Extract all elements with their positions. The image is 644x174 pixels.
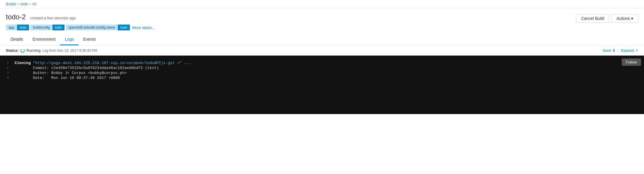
log-line-1: 1 Cloning "http://gogs-dev1.104.225.218.…	[0, 60, 644, 66]
status-label: Status:	[6, 48, 19, 53]
log-line-4: 4 Date: Mon Jun 19 00:37:48 2017 +0800	[0, 75, 644, 80]
breadcrumb-todo[interactable]: todo	[21, 2, 28, 6]
follow-button[interactable]: Follow	[622, 58, 641, 66]
label-value-openshift: todo	[118, 25, 130, 30]
log-container: Follow 1 Cloning "http://gogs-dev1.104.2…	[0, 56, 644, 114]
breadcrumb-builds[interactable]: Builds	[6, 2, 16, 6]
running-icon	[21, 49, 25, 53]
build-name: todo-2	[6, 13, 26, 21]
actions-label: Actions	[616, 16, 630, 21]
line-content-4: Date: Mon Jun 19 00:37:48 2017 +0800	[15, 76, 120, 80]
status-running: Running	[26, 48, 40, 53]
status-right: Save ⬇ | Expand ↗	[603, 48, 638, 53]
header-left: todo-2 created a few seconds ago app tod…	[6, 13, 576, 30]
line-num-3: 3	[0, 71, 15, 75]
expand-icon: ↗	[635, 48, 638, 53]
line-content-2: Commit: c2e458e73532bc9a0f8234dda46ac102…	[15, 66, 159, 70]
label-app: app todo	[6, 25, 29, 30]
label-value-app: todo	[17, 25, 29, 30]
labels-row: app todo buildconfig todo openshift.io/b…	[6, 25, 576, 30]
label-buildconfig: buildconfig todo	[30, 25, 64, 30]
label-key-openshift: openshift.io/build-config.name	[66, 25, 118, 30]
status-bar: Status: Running Log from Dec 19, 2017 9:…	[0, 45, 644, 56]
status-left: Status: Running Log from Dec 19, 2017 9:…	[6, 48, 97, 53]
label-openshift: openshift.io/build-config.name todo	[66, 25, 130, 30]
label-key-buildconfig: buildconfig	[30, 25, 52, 30]
header-section: todo-2 created a few seconds ago app tod…	[0, 8, 644, 30]
actions-button[interactable]: Actions ▾	[611, 14, 638, 23]
label-key-app: app	[6, 25, 17, 30]
log-date: Log from Dec 19, 2017 9:38:35 PM	[43, 49, 97, 53]
breadcrumb: Builds » todo » #2	[6, 2, 638, 6]
expand-label: Expand	[621, 48, 634, 53]
breadcrumb-sep-2: »	[29, 2, 31, 6]
log-line-3: 3 Author: Bobby Jr Corpus <bobby@corpus.…	[0, 70, 644, 75]
line-num-4: 4	[0, 76, 15, 80]
expand-link[interactable]: Expand ↗	[621, 48, 638, 53]
breadcrumb-build-num: #2	[32, 2, 36, 6]
chevron-down-icon: ▾	[631, 16, 633, 21]
tab-details[interactable]: Details	[6, 34, 28, 45]
page-title: todo-2 created a few seconds ago	[6, 13, 76, 21]
label-value-buildconfig: todo	[52, 25, 64, 30]
breadcrumb-sep-1: »	[17, 2, 19, 6]
top-bar: Builds » todo » #2	[0, 0, 644, 8]
cancel-build-button[interactable]: Cancel Build	[576, 14, 609, 23]
divider: |	[618, 48, 619, 53]
line-content-3: Author: Bobby Jr Corpus <bobby@corpus.ph…	[15, 71, 127, 75]
clone-url-link[interactable]: "http://gogs-dev1.104.225.218.197.nip.io…	[33, 61, 181, 65]
tab-logs[interactable]: Logs	[60, 34, 78, 45]
line-num-1: 1	[0, 61, 15, 65]
created-time: created a few seconds ago	[30, 16, 76, 20]
line-content-1: Cloning "http://gogs-dev1.104.225.218.19…	[15, 61, 191, 65]
more-labels-link[interactable]: More labels...	[132, 25, 155, 30]
download-icon: ⬇	[612, 48, 616, 53]
header-buttons: Cancel Build Actions ▾	[576, 14, 638, 23]
save-label: Save	[603, 48, 611, 53]
tabs-section: Details Environment Logs Events	[0, 34, 644, 45]
save-link[interactable]: Save ⬇	[603, 48, 616, 53]
line-num-2: 2	[0, 66, 15, 70]
log-line-2: 2 Commit: c2e458e73532bc9a0f8234dda46ac1…	[0, 66, 644, 70]
tab-events[interactable]: Events	[79, 34, 101, 45]
tab-environment[interactable]: Environment	[28, 34, 60, 45]
